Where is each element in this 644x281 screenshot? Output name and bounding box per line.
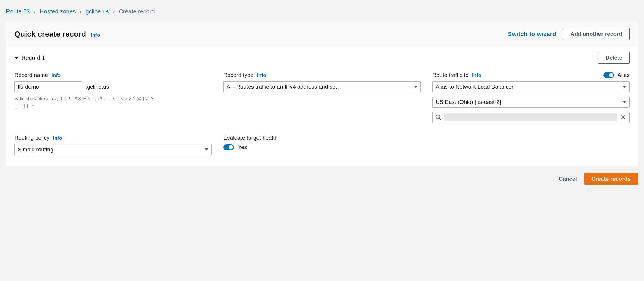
alias-target-select[interactable]: Alias to Network Load Balancer <box>432 81 630 92</box>
routing-policy-value: Simple routing <box>18 146 53 153</box>
caret-down-icon <box>14 57 19 59</box>
caret-down-icon <box>414 86 417 88</box>
record-name-field: Record name Info .gcline.us Valid charac… <box>14 72 212 123</box>
info-link-header[interactable]: Info <box>91 32 100 38</box>
search-input-placeholder[interactable] <box>444 113 617 121</box>
create-records-button[interactable]: Create records <box>584 173 638 185</box>
evaluate-health-field: Evaluate target health Yes <box>223 135 420 155</box>
cancel-button[interactable]: Cancel <box>559 176 577 182</box>
quick-create-panel: Quick create record Info Switch to wizar… <box>6 22 638 166</box>
chevron-right-icon: › <box>113 9 115 15</box>
delete-button[interactable]: Delete <box>598 52 630 64</box>
record-type-value: A – Routes traffic to an IPv4 address an… <box>227 84 341 90</box>
record-expand-toggle[interactable]: Record 1 <box>14 55 45 61</box>
record-name-label: Record name <box>14 72 48 78</box>
alias-toggle-label: Alias <box>618 72 630 78</box>
routing-policy-field: Routing policy Info Simple routing <box>14 135 212 155</box>
caret-down-icon <box>623 86 626 88</box>
panel-header: Quick create record Info Switch to wizar… <box>6 22 638 46</box>
search-icon <box>435 114 442 121</box>
region-value: US East (Ohio) [us-east-2] <box>436 99 501 105</box>
add-another-record-button[interactable]: Add another record <box>563 28 630 40</box>
record-name-hint: Valid characters: a-z, 0-9, ! " # $ % & … <box>14 95 155 109</box>
info-link-record-name[interactable]: Info <box>51 72 61 78</box>
info-link-routing-policy[interactable]: Info <box>53 135 62 141</box>
alias-target-value: Alias to Network Load Balancer <box>436 84 514 90</box>
record-type-field: Record type Info A – Routes traffic to a… <box>223 72 420 123</box>
region-select[interactable]: US East (Ohio) [us-east-2] <box>432 97 630 108</box>
record-name-input[interactable] <box>14 81 82 92</box>
caret-down-icon <box>623 101 626 103</box>
record-name-suffix: .gcline.us <box>85 84 109 90</box>
record-type-label: Record type <box>223 72 253 78</box>
evaluate-health-value: Yes <box>238 144 247 150</box>
route-traffic-field: Route traffic to Info Alias Alias to Net… <box>432 72 630 123</box>
breadcrumb-zone[interactable]: gcline.us <box>85 8 109 15</box>
alias-toggle[interactable] <box>603 72 614 78</box>
breadcrumb-current: Create record <box>119 8 155 15</box>
svg-point-0 <box>436 115 440 119</box>
routing-policy-select[interactable]: Simple routing <box>14 144 212 155</box>
info-link-record-type[interactable]: Info <box>257 72 266 78</box>
breadcrumb: Route 53 › Hosted zones › gcline.us › Cr… <box>6 6 638 22</box>
info-link-route-traffic[interactable]: Info <box>472 72 481 78</box>
chevron-right-icon: › <box>34 9 36 15</box>
route-traffic-label: Route traffic to <box>432 72 469 78</box>
load-balancer-search[interactable]: ✕ <box>432 112 630 123</box>
evaluate-health-toggle[interactable] <box>223 144 234 150</box>
clear-icon[interactable]: ✕ <box>619 114 627 121</box>
breadcrumb-route53[interactable]: Route 53 <box>6 8 30 15</box>
record-type-select[interactable]: A – Routes traffic to an IPv4 address an… <box>223 81 420 92</box>
footer-actions: Cancel Create records <box>6 166 638 187</box>
evaluate-health-label: Evaluate target health <box>223 135 278 141</box>
routing-policy-label: Routing policy <box>14 135 49 141</box>
record-heading: Record 1 <box>21 55 45 61</box>
chevron-right-icon: › <box>80 9 81 15</box>
switch-to-wizard-link[interactable]: Switch to wizard <box>508 31 556 38</box>
svg-line-1 <box>439 118 441 120</box>
caret-down-icon <box>205 148 208 151</box>
page-title: Quick create record <box>14 30 86 39</box>
breadcrumb-hosted-zones[interactable]: Hosted zones <box>40 8 76 15</box>
